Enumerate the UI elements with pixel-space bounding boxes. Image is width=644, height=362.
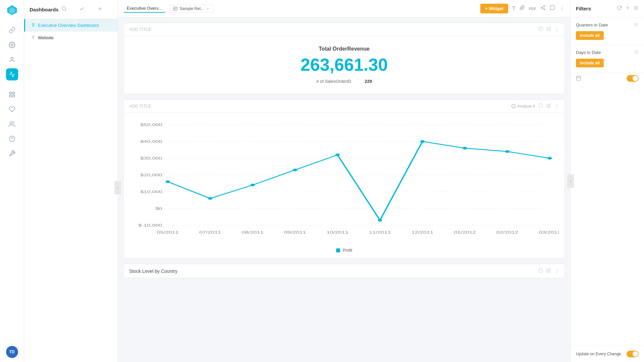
analyze-it-button[interactable]: Analyze It xyxy=(511,104,535,109)
profit-chart: .grid-line { stroke: #e8e8e8; stroke-wid… xyxy=(129,118,559,245)
analyze-it-label: Analyze It xyxy=(517,104,535,109)
sidebar-plus-icon[interactable] xyxy=(97,6,112,13)
stock-edit-icon[interactable] xyxy=(546,268,551,274)
svg-text:12/2011: 12/2011 xyxy=(412,230,433,234)
kpi-sub-label: # of SalesOrderID xyxy=(316,79,351,84)
sidebar-collapse-handle[interactable]: ‹ xyxy=(114,181,121,194)
sidebar-search-icon[interactable] xyxy=(61,6,76,13)
more-options-icon[interactable]: ⋮ xyxy=(559,5,565,12)
svg-line-31 xyxy=(542,8,544,9)
chart-header-icons: Analyze It ⋮ xyxy=(511,103,559,109)
svg-text:05/2011: 05/2011 xyxy=(157,230,178,234)
sidebar-item-layers[interactable] xyxy=(6,88,18,101)
text-icon[interactable]: T xyxy=(512,5,516,12)
sidebar-item-executive-overview[interactable]: Executive Overview Dashboard xyxy=(24,19,118,32)
active-tab[interactable]: Executive Overv... xyxy=(123,4,165,13)
svg-text:$-10,000: $-10,000 xyxy=(138,223,162,227)
sidebar-item-users[interactable] xyxy=(6,54,18,66)
share-icon[interactable] xyxy=(540,5,546,12)
sidebar-check-icon[interactable] xyxy=(79,6,94,13)
svg-text:02/2012: 02/2012 xyxy=(496,230,518,234)
filter-date-row xyxy=(571,72,644,84)
filter-panel: › Filters Quarters in Date Include all xyxy=(570,0,644,362)
svg-rect-27 xyxy=(173,7,177,10)
days-include-all-button[interactable]: Include all xyxy=(576,59,604,67)
svg-point-9 xyxy=(9,136,15,142)
attach-icon[interactable] xyxy=(520,5,525,12)
filter-menu-icon[interactable] xyxy=(634,5,639,12)
svg-text:07/2011: 07/2011 xyxy=(199,230,221,234)
kpi-header-icons: ⋮ xyxy=(538,26,559,32)
kpi-info-icon[interactable] xyxy=(538,26,543,32)
top-bar-icons: T PDF ⋮ xyxy=(512,5,565,12)
chart-more-icon[interactable]: ⋮ xyxy=(554,104,559,109)
kpi-widget-header: ADD TITLE ⋮ xyxy=(124,23,565,36)
calendar-icon[interactable] xyxy=(576,75,581,82)
quarters-include-all-button[interactable]: Include all xyxy=(576,31,604,40)
stock-panel-header: Stock Level by Country ⋮ xyxy=(124,264,565,278)
filter-refresh-icon[interactable] xyxy=(617,5,622,12)
svg-point-70 xyxy=(293,169,297,171)
pdf-icon[interactable]: PDF xyxy=(529,7,536,11)
svg-point-76 xyxy=(547,157,552,160)
add-widget-button[interactable]: + Widget xyxy=(480,4,508,13)
sidebar-item-website-label: Website xyxy=(38,35,54,40)
svg-text:01/2012: 01/2012 xyxy=(454,230,476,234)
svg-rect-91 xyxy=(577,76,581,80)
days-filter-header: Days in Date xyxy=(576,50,639,55)
quarters-filter-label: Quarters in Date xyxy=(576,22,608,27)
days-filter-menu-icon[interactable] xyxy=(634,50,639,55)
filter-header-icons xyxy=(617,5,639,12)
sidebar-item-dashboards[interactable] xyxy=(6,68,18,80)
sidebar-item-health[interactable] xyxy=(6,103,18,115)
kpi-more-icon[interactable]: ⋮ xyxy=(554,27,559,32)
chart-edit-icon[interactable] xyxy=(546,103,551,109)
days-filter-section: Days in Date Include all xyxy=(571,45,644,72)
chart-info-icon[interactable] xyxy=(538,103,543,109)
svg-point-8 xyxy=(10,122,12,124)
kpi-sub-value: 229 xyxy=(365,79,372,84)
sidebar-item-website[interactable]: Website xyxy=(24,32,118,44)
filter-collapse-handle[interactable]: › xyxy=(567,174,574,188)
chart-add-title[interactable]: ADD TITLE xyxy=(129,104,151,109)
fullscreen-icon[interactable] xyxy=(550,5,555,12)
svg-rect-4 xyxy=(9,92,11,94)
sidebar-item-contacts[interactable] xyxy=(6,118,18,130)
svg-text:$0: $0 xyxy=(156,206,162,210)
filter-date-toggle[interactable] xyxy=(627,75,639,82)
svg-line-32 xyxy=(542,6,544,7)
update-toggle[interactable] xyxy=(627,351,639,357)
user-avatar[interactable]: TD xyxy=(6,346,18,358)
stock-info-icon[interactable] xyxy=(538,268,543,274)
quarters-filter-menu-icon[interactable] xyxy=(634,22,639,28)
stock-more-icon[interactable]: ⋮ xyxy=(554,268,559,274)
svg-text:$20,000: $20,000 xyxy=(140,173,162,177)
svg-point-2 xyxy=(11,44,13,46)
svg-rect-5 xyxy=(12,92,14,94)
sample-ret-button[interactable]: Sample Ret... xyxy=(169,5,214,13)
sidebar-item-link[interactable] xyxy=(6,24,18,36)
kpi-edit-icon[interactable] xyxy=(546,26,551,32)
filter-panel-header: Filters xyxy=(571,0,644,17)
kpi-add-title[interactable]: ADD TITLE xyxy=(129,27,151,32)
app-logo[interactable] xyxy=(6,4,18,16)
svg-point-37 xyxy=(512,104,516,108)
stock-header-icons: ⋮ xyxy=(538,268,559,274)
svg-point-73 xyxy=(420,140,425,143)
stock-panel-title: Stock Level by Country xyxy=(129,268,177,274)
quarters-filter-header: Quarters in Date xyxy=(576,22,639,28)
sidebar-item-help[interactable] xyxy=(6,133,18,145)
sidebar-item-settings[interactable] xyxy=(6,39,18,51)
sidebar-item-tools[interactable] xyxy=(6,147,18,160)
kpi-widget-panel: ADD TITLE ⋮ Total OrderRevenue 263,661.3… xyxy=(123,23,565,94)
filter-panel-title: Filters xyxy=(576,6,591,11)
svg-text:$50,000: $50,000 xyxy=(140,123,162,127)
days-filter-label: Days in Date xyxy=(576,50,601,55)
svg-rect-6 xyxy=(9,95,11,97)
icon-bar: TD xyxy=(0,0,24,362)
sample-ret-label: Sample Ret... xyxy=(180,6,204,11)
svg-rect-7 xyxy=(12,95,14,97)
chart-legend: Profit xyxy=(129,248,559,253)
filter-add-icon[interactable] xyxy=(625,5,630,12)
svg-point-30 xyxy=(544,9,545,10)
